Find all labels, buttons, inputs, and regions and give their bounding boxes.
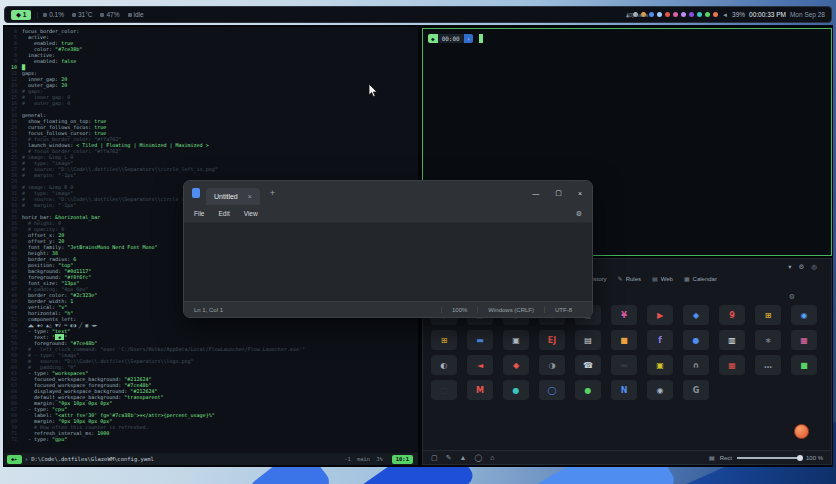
tray-icon[interactable]: [697, 12, 702, 17]
comment-text: # outer_gap: 0: [22, 100, 70, 106]
app-icon: EJ: [548, 336, 556, 345]
panel-icon[interactable]: ⚙: [799, 263, 805, 271]
app-icon: ⊞: [441, 336, 448, 345]
prompt-arrow-icon: ›: [464, 34, 474, 43]
workspace-badge[interactable]: ◆ 1: [11, 10, 31, 20]
tray-icon[interactable]: [705, 12, 710, 17]
app-tile[interactable]: ●: [683, 330, 709, 350]
app-icon: ▣: [512, 336, 520, 345]
app-icon: ■: [620, 336, 628, 345]
top-status-bar: ◆ 1 | 0.1%31°C47%idle [0] Asus ▴ ◄ 39% 0…: [4, 6, 832, 23]
app-icon: ■: [800, 361, 808, 370]
shape-tool-icon[interactable]: ▤: [709, 454, 715, 461]
new-tab-button[interactable]: +: [270, 188, 275, 198]
app-icon: ◆: [513, 361, 519, 370]
app-tile[interactable]: ▦: [791, 330, 817, 350]
app-tile[interactable]: ☎: [575, 355, 601, 375]
app-tile[interactable]: ∩: [683, 355, 709, 375]
floating-assistant-ball[interactable]: [794, 424, 809, 439]
app-tile[interactable]: ■: [611, 330, 637, 350]
notepad-text-area[interactable]: [184, 223, 592, 301]
notepad-titlebar[interactable]: Untitled × + — ▢ ×: [184, 181, 592, 205]
maximize-button[interactable]: ▢: [555, 189, 562, 197]
code-line: 72 - type: "gpu": [4, 436, 418, 442]
app-tile[interactable]: ▣: [503, 330, 529, 350]
app-tile[interactable]: ◐: [431, 355, 457, 375]
app-tile[interactable]: ◉: [791, 305, 817, 325]
toolbar-tab[interactable]: ▦Calendar: [684, 275, 717, 282]
tray-icon[interactable]: [665, 12, 670, 17]
encoding-label[interactable]: UTF-8: [544, 307, 582, 313]
app-tile[interactable]: ⊞: [755, 305, 781, 325]
app-tile[interactable]: ▶: [647, 305, 673, 325]
app-tile[interactable]: G: [683, 380, 709, 400]
tool-icon[interactable]: ▢: [431, 454, 438, 462]
toolbar-tab[interactable]: ▤Web: [652, 275, 673, 282]
app-tile[interactable]: ◆: [683, 305, 709, 325]
tray-icon[interactable]: [673, 12, 678, 17]
app-tile[interactable]: ▦: [719, 355, 745, 375]
tray-icon[interactable]: [713, 12, 718, 17]
toolbar-tab[interactable]: ✎Rules: [618, 275, 641, 282]
app-tile[interactable]: ◉: [647, 380, 673, 400]
tool-icon[interactable]: ⌂: [490, 454, 494, 462]
app-tile[interactable]: …: [755, 355, 781, 375]
app-tile[interactable]: ◑: [539, 355, 565, 375]
app-tile[interactable]: ●: [503, 380, 529, 400]
app-tile[interactable]: ▥: [719, 330, 745, 350]
close-button[interactable]: ×: [578, 190, 582, 197]
tool-icon[interactable]: ✎: [446, 454, 452, 462]
app-icon: ▤: [584, 336, 592, 345]
menu-item[interactable]: View: [244, 210, 258, 217]
app-tile[interactable]: ▬: [467, 330, 493, 350]
app-tile[interactable]: f: [647, 330, 673, 350]
line-ending-label: Windows (CRLF): [477, 307, 544, 313]
tab-close-icon[interactable]: ×: [248, 193, 252, 200]
app-icon: ▦: [728, 361, 736, 370]
shape-tool-label: Rect: [720, 455, 732, 461]
zoom-level[interactable]: 100%: [441, 307, 477, 313]
app-tile[interactable]: ●: [575, 380, 601, 400]
tray-icon[interactable]: [657, 12, 662, 17]
tray-icon[interactable]: [649, 12, 654, 17]
tray-icon[interactable]: [681, 12, 686, 17]
app-tile[interactable]: M: [467, 380, 493, 400]
app-tile[interactable]: ◯: [539, 380, 565, 400]
app-icon: ◉: [801, 311, 808, 320]
panel-top-icons: ▾⚙◎: [788, 263, 817, 271]
app-icon: 9: [729, 311, 735, 320]
opacity-slider[interactable]: [737, 457, 801, 459]
app-tile[interactable]: ◄: [467, 355, 493, 375]
menu-item[interactable]: File: [194, 210, 204, 217]
app-tile[interactable]: ⊞: [431, 330, 457, 350]
app-tile[interactable]: ∗: [755, 330, 781, 350]
app-tile[interactable]: 9: [719, 305, 745, 325]
panel-icon[interactable]: ▾: [788, 263, 791, 271]
app-icon: ∩: [693, 361, 700, 370]
gear-icon[interactable]: ⚙: [789, 293, 795, 301]
app-tile[interactable]: N: [611, 380, 637, 400]
settings-gear-icon[interactable]: ⚙: [576, 210, 582, 218]
panel-icon[interactable]: ◎: [811, 263, 817, 271]
app-tile[interactable]: EJ: [539, 330, 565, 350]
desktop-screen: ◆ 1 | 0.1%31°C47%idle [0] Asus ▴ ◄ 39% 0…: [0, 0, 836, 484]
app-tile[interactable]: ▤: [575, 330, 601, 350]
tab-untitled[interactable]: Untitled ×: [206, 188, 260, 205]
menu-item[interactable]: Edit: [218, 210, 229, 217]
app-tile[interactable]: ¥: [611, 305, 637, 325]
notepad-app-icon: [192, 188, 200, 198]
tray-icon[interactable]: [689, 12, 694, 17]
app-tile[interactable]: ■: [791, 355, 817, 375]
app-tile[interactable]: ▢: [431, 380, 457, 400]
notepad-window[interactable]: Untitled × + — ▢ × FileEditView ⚙ Ln 1, …: [183, 180, 593, 318]
app-tile[interactable]: ▬: [611, 355, 637, 375]
minimize-button[interactable]: —: [532, 190, 539, 197]
volume-icon[interactable]: ◄: [722, 12, 728, 18]
app-icon: ▢: [440, 386, 448, 395]
tool-icon[interactable]: ◯: [474, 454, 482, 462]
app-tile[interactable]: ◆: [503, 355, 529, 375]
slider-knob[interactable]: [797, 455, 803, 461]
tool-icon[interactable]: ▲: [460, 454, 467, 462]
stat-icon: [100, 13, 104, 17]
app-tile[interactable]: ▣: [647, 355, 673, 375]
